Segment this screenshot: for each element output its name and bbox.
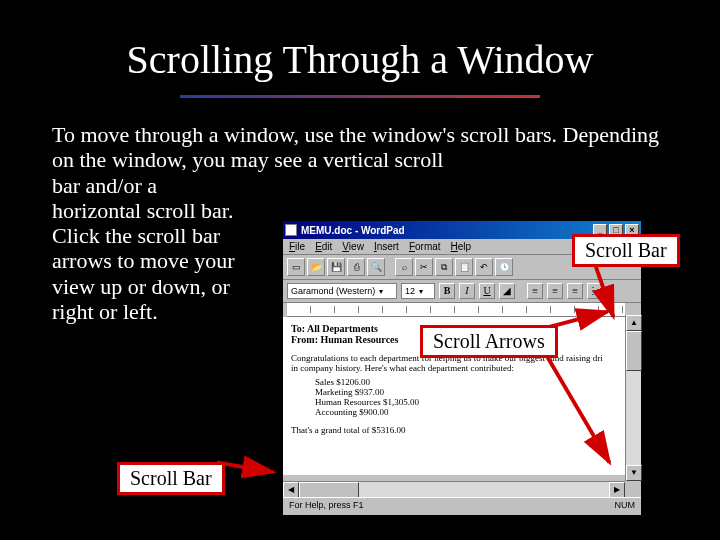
menu-item[interactable]: Format	[409, 241, 441, 252]
bold-button[interactable]: B	[439, 283, 455, 299]
print-icon[interactable]: ⎙	[347, 258, 365, 276]
body-line: view up or down, or	[52, 274, 282, 299]
open-icon[interactable]: 📂	[307, 258, 325, 276]
body-line: To move through a window, use the window…	[52, 122, 557, 147]
find-icon[interactable]: ⌕	[395, 258, 413, 276]
body-line: bar and/or a	[52, 173, 282, 198]
callout-scrollbar-bottom: Scroll Bar	[117, 462, 225, 495]
save-icon[interactable]: 💾	[327, 258, 345, 276]
body-line: right or left.	[52, 299, 282, 324]
menu-item[interactable]: File	[289, 241, 305, 252]
menu-item[interactable]: Edit	[315, 241, 332, 252]
date-icon[interactable]: 🕓	[495, 258, 513, 276]
cut-icon[interactable]: ✂	[415, 258, 433, 276]
align-left-button[interactable]: ≡	[527, 283, 543, 299]
doc-row: Sales $1206.00	[315, 377, 617, 387]
undo-icon[interactable]: ↶	[475, 258, 493, 276]
status-right: NUM	[615, 500, 636, 513]
menu-item[interactable]: Insert	[374, 241, 399, 252]
new-icon[interactable]: ▭	[287, 258, 305, 276]
doc-total: That's a grand total of $5316.00	[291, 425, 617, 435]
font-size-combo[interactable]: 12	[401, 283, 435, 299]
ruler[interactable]	[287, 303, 625, 317]
body-line: Click the scroll bar	[52, 223, 282, 248]
status-bar: For Help, press F1 NUM	[283, 497, 641, 515]
doc-row: Marketing $937.00	[315, 387, 617, 397]
scroll-right-arrow[interactable]: ▶	[609, 482, 625, 498]
app-icon	[285, 224, 297, 236]
menu-item[interactable]: Help	[451, 241, 472, 252]
vertical-scrollbar[interactable]: ▲ ▼	[625, 315, 641, 481]
menu-item[interactable]: View	[342, 241, 364, 252]
body-line: horizontal scroll bar.	[52, 198, 282, 223]
preview-icon[interactable]: 🔍	[367, 258, 385, 276]
doc-row: Accounting $900.00	[315, 407, 617, 417]
copy-icon[interactable]: ⧉	[435, 258, 453, 276]
callout-scroll-arrows: Scroll Arrows	[420, 325, 558, 358]
horizontal-scrollbar[interactable]: ◀ ▶	[283, 481, 625, 497]
doc-paragraph: in company history. Here's what each dep…	[291, 363, 617, 373]
font-name-combo[interactable]: Garamond (Western)	[287, 283, 397, 299]
align-center-button[interactable]: ≡	[547, 283, 563, 299]
slide-title: Scrolling Through a Window	[12, 36, 708, 83]
scroll-up-arrow[interactable]: ▲	[626, 315, 642, 331]
underline-button[interactable]: U	[479, 283, 495, 299]
callout-scrollbar-right: Scroll Bar	[572, 234, 680, 267]
horizontal-scroll-thumb[interactable]	[299, 482, 359, 498]
status-left: For Help, press F1	[289, 500, 364, 513]
vertical-scroll-thumb[interactable]	[626, 331, 642, 371]
align-right-button[interactable]: ≡	[567, 283, 583, 299]
scroll-down-arrow[interactable]: ▼	[626, 465, 642, 481]
bullets-button[interactable]: ⋮≡	[587, 283, 603, 299]
title-divider	[180, 95, 540, 98]
scroll-left-arrow[interactable]: ◀	[283, 482, 299, 498]
doc-row: Human Resources $1,305.00	[315, 397, 617, 407]
format-toolbar: Garamond (Western) 12 B I U ◢ ≡ ≡ ≡ ⋮≡	[283, 280, 641, 303]
color-button[interactable]: ◢	[499, 283, 515, 299]
window-title: MEMU.doc - WordPad	[301, 225, 405, 236]
svg-line-3	[217, 462, 273, 472]
italic-button[interactable]: I	[459, 283, 475, 299]
body-line: arrows to move your	[52, 248, 282, 273]
paste-icon[interactable]: 📋	[455, 258, 473, 276]
